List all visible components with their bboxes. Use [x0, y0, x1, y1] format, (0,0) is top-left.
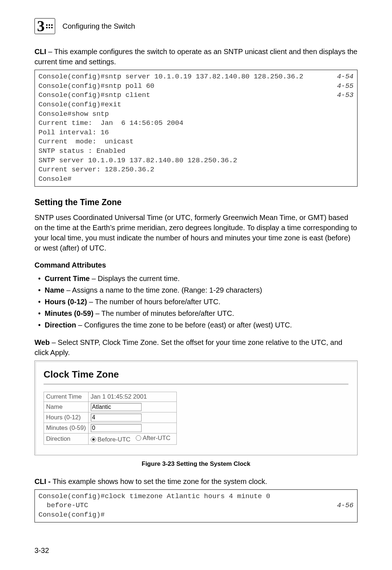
section-body-time-zone: SNTP uses Coordinated Universal Time (or… — [34, 212, 358, 253]
code-line: Console(config)#sntp server 10.1.0.19 13… — [38, 72, 354, 82]
attribute-item: Hours (0-12) – The number of hours befor… — [34, 296, 358, 308]
row-hours: Hours (0-12) — [44, 412, 177, 423]
cli2-text: This example shows how to set the time z… — [50, 477, 267, 485]
clock-time-zone-screenshot: Clock Time Zone Current Time Jan 1 01:45… — [34, 361, 358, 455]
code-line: Current time: Jan 6 14:56:05 2004 — [38, 119, 354, 128]
clock-time-zone-panel: Clock Time Zone Current Time Jan 1 01:45… — [36, 362, 356, 454]
web-label: Web — [34, 338, 50, 346]
input-minutes[interactable] — [91, 424, 142, 432]
row-direction: Direction Before-UTC After-UTC — [44, 433, 177, 444]
radio-dot-icon — [136, 435, 141, 441]
code-line: Console(config)#exit — [38, 100, 354, 110]
radio-after-label: After-UTC — [143, 435, 171, 442]
panel-divider — [44, 384, 348, 384]
code-line: Console(config)#sntp poll 604-55 — [38, 82, 354, 91]
chapter-title: Configuring the Switch — [62, 22, 135, 30]
code-line: Console(config)#sntp client4-53 — [38, 91, 354, 100]
page-number: 3-32 — [34, 546, 49, 555]
code-line: SNTP status : Enabled — [38, 147, 354, 156]
input-hours[interactable] — [91, 414, 142, 422]
code-line: Console(config)#clock timezone Atlantic … — [38, 492, 354, 501]
code-line: Current server: 128.250.36.2 — [38, 165, 354, 175]
label-name: Name — [44, 402, 89, 412]
cli-intro-1-text: – This example configures the switch to … — [34, 48, 358, 66]
cli-code-block-2: Console(config)#clock timezone Atlantic … — [34, 489, 358, 522]
code-line: Poll interval: 16 — [38, 128, 354, 138]
input-name[interactable] — [91, 403, 142, 411]
code-line: Console#show sntp — [38, 110, 354, 119]
label-current-time: Current Time — [44, 392, 89, 402]
label-hours: Hours (0-12) — [44, 412, 89, 423]
cli-intro-2: CLI - This example shows how to set the … — [34, 476, 358, 486]
row-current-time: Current Time Jan 1 01:45:52 2001 — [44, 392, 177, 402]
attribute-item: Minutes (0-59) – The number of minutes b… — [34, 308, 358, 319]
chapter-number: 3 — [36, 19, 45, 34]
label-minutes: Minutes (0-59) — [44, 423, 89, 433]
switch-icon — [46, 24, 53, 28]
page-header: 3 Configuring the Switch — [34, 18, 358, 34]
web-instruction-text: – Select SNTP, Clock Time Zone. Set the … — [34, 338, 342, 357]
label-direction: Direction — [44, 433, 89, 444]
figure-caption: Figure 3-23 Setting the System Clock — [34, 460, 358, 468]
command-attributes-heading: Command Attributes — [34, 261, 358, 269]
radio-before-utc[interactable]: Before-UTC — [91, 436, 131, 443]
code-line: before-UTC4-56 — [38, 501, 354, 510]
radio-before-label: Before-UTC — [98, 436, 131, 443]
code-line: Console# — [38, 175, 354, 184]
attribute-item: Name – Assigns a name to the time zone. … — [34, 285, 358, 296]
panel-title: Clock Time Zone — [44, 369, 348, 380]
cli-label: CLI — [34, 48, 46, 56]
time-zone-form-table: Current Time Jan 1 01:45:52 2001 Name Ho… — [44, 392, 177, 445]
attribute-item: Direction – Configures the time zone to … — [34, 319, 358, 331]
command-attributes-list: Current Time – Displays the current time… — [34, 273, 358, 331]
value-current-time: Jan 1 01:45:52 2001 — [88, 392, 176, 402]
document-page: 3 Configuring the Switch CLI – This exam… — [0, 0, 392, 570]
code-line: Console(config)# — [38, 510, 354, 520]
cli-code-block-1: Console(config)#sntp server 10.1.0.19 13… — [34, 70, 358, 187]
section-heading-time-zone: Setting the Time Zone — [34, 198, 358, 207]
web-instruction: Web – Select SNTP, Clock Time Zone. Set … — [34, 337, 358, 358]
code-line: SNTP server 10.1.0.19 137.82.140.80 128.… — [38, 156, 354, 166]
code-line: Current mode: unicast — [38, 137, 354, 147]
radio-dot-icon — [91, 437, 96, 442]
radio-after-utc[interactable]: After-UTC — [136, 435, 171, 442]
cli-intro-1: CLI – This example configures the switch… — [34, 46, 358, 67]
row-minutes: Minutes (0-59) — [44, 423, 177, 433]
cli2-label: CLI - — [34, 477, 50, 485]
chapter-badge: 3 — [34, 18, 55, 34]
row-name: Name — [44, 402, 177, 412]
attribute-item: Current Time – Displays the current time… — [34, 273, 358, 284]
